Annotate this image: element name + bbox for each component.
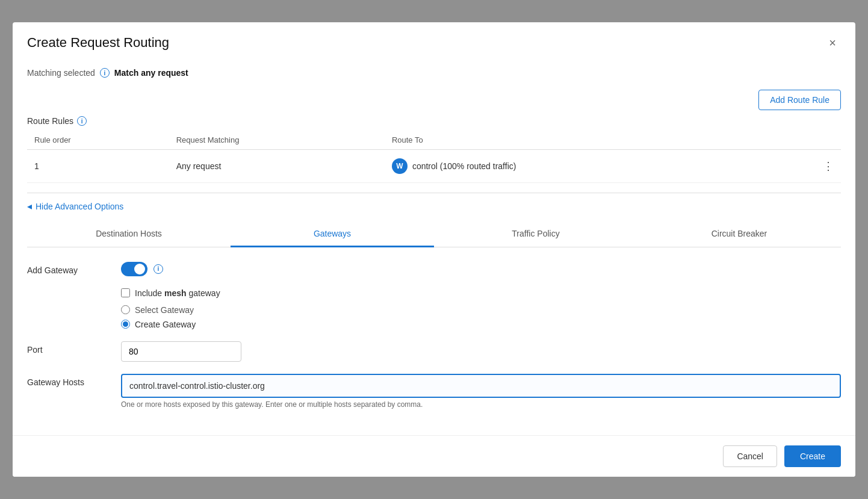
add-route-rule-button[interactable]: Add Route Rule — [758, 90, 841, 110]
chevron-down-icon: ◂ — [27, 200, 32, 212]
route-to-cell: W control (100% routed traffic) — [392, 158, 763, 174]
tab-traffic-policy[interactable]: Traffic Policy — [434, 222, 637, 247]
hide-advanced-toggle[interactable]: ◂ Hide Advanced Options — [27, 200, 123, 212]
tab-destination-hosts[interactable]: Destination Hosts — [27, 222, 231, 247]
add-gateway-controls: i — [121, 262, 163, 276]
route-to-text: control (100% routed traffic) — [412, 161, 516, 171]
col-actions — [770, 131, 841, 150]
port-row: Port — [27, 341, 841, 362]
select-gateway-radio-row[interactable]: Select Gateway — [121, 305, 220, 315]
mesh-gateway-controls: Include mesh gateway Select Gateway Crea… — [121, 288, 220, 329]
include-mesh-checkbox[interactable] — [121, 288, 130, 297]
cell-more-actions: ⋮ — [770, 150, 841, 183]
select-gateway-label: Select Gateway — [135, 305, 194, 315]
row-more-icon[interactable]: ⋮ — [823, 160, 834, 173]
create-gateway-radio[interactable] — [121, 320, 130, 329]
gateways-tab-content: Add Gateway i Incl — [27, 247, 841, 435]
matching-row: Matching selected i Match any request — [27, 68, 841, 78]
tabs-container: Destination Hosts Gateways Traffic Polic… — [27, 222, 841, 247]
modal-dialog: Create Request Routing × Matching select… — [13, 22, 855, 477]
port-label: Port — [27, 341, 111, 355]
add-gateway-label: Add Gateway — [27, 262, 111, 275]
add-gateway-info-icon[interactable]: i — [153, 264, 163, 274]
matching-label: Matching selected — [27, 68, 95, 78]
matching-info-icon[interactable]: i — [100, 68, 110, 78]
cell-rule-order: 1 — [27, 150, 169, 183]
col-request-matching: Request Matching — [169, 131, 385, 150]
col-rule-order: Rule order — [27, 131, 169, 150]
include-mesh-text: Include mesh gateway — [135, 288, 220, 298]
match-any-text: Match any request — [114, 68, 188, 78]
create-button[interactable]: Create — [784, 445, 841, 467]
close-button[interactable]: × — [824, 34, 841, 51]
rules-table: Rule order Request Matching Route To 1 A… — [27, 131, 841, 183]
toggle-slider — [121, 262, 147, 276]
gateway-hosts-hint: One or more hosts exposed by this gatewa… — [121, 400, 841, 409]
modal-overlay: Create Request Routing × Matching select… — [0, 0, 868, 499]
gateway-hosts-wrapper: One or more hosts exposed by this gatewa… — [121, 374, 841, 409]
modal-footer: Cancel Create — [13, 435, 855, 477]
modal-scrollable-body: Matching selected i Match any request Ad… — [13, 61, 855, 435]
modal-title: Create Request Routing — [27, 35, 169, 51]
gateway-hosts-row: Gateway Hosts One or more hosts exposed … — [27, 374, 841, 409]
add-rule-row: Add Route Rule — [27, 90, 841, 110]
table-header-row: Rule order Request Matching Route To — [27, 131, 841, 150]
table-row: 1 Any request W control (100% routed tra… — [27, 150, 841, 183]
create-gateway-radio-row[interactable]: Create Gateway — [121, 320, 220, 329]
include-mesh-row: Include mesh gateway Select Gateway Crea… — [27, 288, 841, 329]
add-gateway-toggle[interactable] — [121, 262, 147, 276]
port-input[interactable] — [121, 341, 241, 362]
section-divider — [27, 193, 841, 193]
gateway-hosts-label: Gateway Hosts — [27, 374, 111, 387]
cancel-button[interactable]: Cancel — [723, 445, 777, 467]
gateway-hosts-input[interactable] — [121, 374, 841, 398]
col-route-to: Route To — [385, 131, 770, 150]
tab-circuit-breaker[interactable]: Circuit Breaker — [637, 222, 841, 247]
route-rules-section-label: Route Rules i — [27, 116, 841, 126]
route-rules-info-icon[interactable]: i — [77, 116, 87, 126]
cell-route-to: W control (100% routed traffic) — [385, 150, 770, 183]
cell-request-matching: Any request — [169, 150, 385, 183]
modal-header: Create Request Routing × — [13, 22, 855, 61]
add-gateway-row: Add Gateway i — [27, 262, 841, 276]
create-gateway-label: Create Gateway — [135, 320, 196, 329]
include-mesh-checkbox-row[interactable]: Include mesh gateway — [121, 288, 220, 298]
select-gateway-radio[interactable] — [121, 305, 130, 314]
gateway-radio-group: Select Gateway Create Gateway — [121, 305, 220, 329]
hide-advanced-label: Hide Advanced Options — [36, 202, 123, 211]
route-badge: W — [392, 158, 408, 174]
tab-gateways[interactable]: Gateways — [231, 222, 434, 247]
